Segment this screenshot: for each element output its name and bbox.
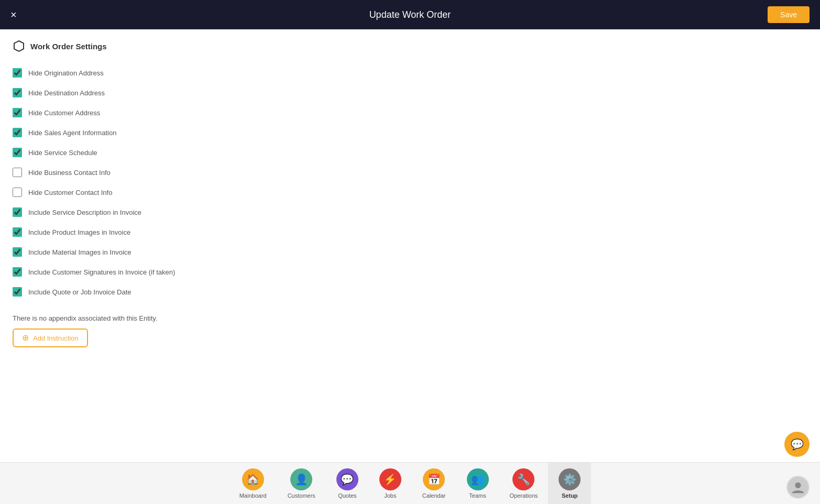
nav-label-jobs: Jobs <box>384 492 396 499</box>
checkbox-hide_cust_addr[interactable] <box>13 108 22 117</box>
page-title: Update Work Order <box>369 9 451 20</box>
nav-item-teams[interactable]: 👥Teams <box>456 463 499 504</box>
add-instruction-label: Add Instruction <box>33 334 79 342</box>
nav-item-setup[interactable]: ⚙️Setup <box>548 463 591 504</box>
chat-bubble[interactable]: 💬 <box>784 432 810 457</box>
checkbox-item-hide_sales: Hide Sales Agent Information <box>13 123 807 143</box>
nav-item-operations[interactable]: 🔧Operations <box>499 463 549 504</box>
nav-label-calendar: Calendar <box>422 492 446 499</box>
checkbox-include_prod_img[interactable] <box>13 227 22 237</box>
calendar-icon: 📅 <box>423 468 445 490</box>
work-order-settings-icon <box>13 40 25 52</box>
checkbox-hide_cust_contact[interactable] <box>13 188 22 197</box>
checkbox-item-include_svc_desc: Include Service Description in Invoice <box>13 202 807 222</box>
checkbox-hide_sales[interactable] <box>13 128 22 137</box>
checkbox-item-include_mat_img: Include Material Images in Invoice <box>13 242 807 262</box>
checkbox-item-hide_biz: Hide Business Contact Info <box>13 162 807 182</box>
checkbox-include_mat_img[interactable] <box>13 247 22 257</box>
nav-label-operations: Operations <box>510 492 538 499</box>
checkbox-label-hide_orig: Hide Origination Address <box>28 69 104 77</box>
nav-item-quotes[interactable]: 💬Quotes <box>326 463 369 504</box>
add-instruction-button[interactable]: ⊕ Add Instruction <box>13 328 88 347</box>
operations-icon: 🔧 <box>512 468 534 490</box>
bottom-nav: 🏠Mainboard👤Customers💬Quotes⚡Jobs📅Calenda… <box>0 462 820 504</box>
checkbox-item-hide_orig: Hide Origination Address <box>13 63 807 83</box>
checkbox-label-include_svc_desc: Include Service Description in Invoice <box>28 209 141 216</box>
checkbox-item-hide_cust_contact: Hide Customer Contact Info <box>13 182 807 202</box>
checkbox-list: Hide Origination AddressHide Destination… <box>13 63 807 302</box>
svg-point-1 <box>795 483 801 488</box>
quotes-icon: 💬 <box>336 468 358 490</box>
checkbox-include_date[interactable] <box>13 287 22 297</box>
checkbox-label-include_date: Include Quote or Job Invoice Date <box>28 288 132 296</box>
chat-icon: 💬 <box>791 438 804 451</box>
checkbox-hide_dest[interactable] <box>13 88 22 97</box>
plus-icon: ⊕ <box>22 334 29 342</box>
nav-item-jobs[interactable]: ⚡Jobs <box>369 463 412 504</box>
nav-label-setup: Setup <box>562 492 578 499</box>
checkbox-item-hide_cust_addr: Hide Customer Address <box>13 103 807 123</box>
checkbox-item-include_date: Include Quote or Job Invoice Date <box>13 282 807 302</box>
checkbox-label-hide_biz: Hide Business Contact Info <box>28 169 111 177</box>
checkbox-label-hide_dest: Hide Destination Address <box>28 89 105 97</box>
save-button[interactable]: Save <box>768 6 810 23</box>
jobs-icon: ⚡ <box>379 468 401 490</box>
checkbox-label-include_mat_img: Include Material Images in Invoice <box>28 248 132 256</box>
nav-label-mainboard: Mainboard <box>239 492 267 499</box>
close-button[interactable]: × <box>10 9 17 20</box>
setup-icon: ⚙️ <box>559 468 581 490</box>
checkbox-hide_orig[interactable] <box>13 68 22 78</box>
checkbox-hide_sched[interactable] <box>13 148 22 157</box>
checkbox-item-hide_sched: Hide Service Schedule <box>13 143 807 162</box>
section-title: Work Order Settings <box>30 42 107 51</box>
checkbox-label-hide_sched: Hide Service Schedule <box>28 149 97 157</box>
teams-icon: 👥 <box>467 468 489 490</box>
customers-icon: 👤 <box>290 468 312 490</box>
checkbox-item-include_prod_img: Include Product Images in Invoice <box>13 222 807 242</box>
nav-item-customers[interactable]: 👤Customers <box>277 463 326 504</box>
checkbox-include_sig[interactable] <box>13 267 22 277</box>
checkbox-label-hide_cust_contact: Hide Customer Contact Info <box>28 189 112 196</box>
appendix-note: There is no appendix associated with thi… <box>13 314 807 322</box>
user-avatar <box>786 476 810 499</box>
nav-label-quotes: Quotes <box>338 492 356 499</box>
nav-label-teams: Teams <box>469 492 486 499</box>
checkbox-label-hide_sales: Hide Sales Agent Information <box>28 129 116 137</box>
checkbox-item-hide_dest: Hide Destination Address <box>13 83 807 103</box>
section-header: Work Order Settings <box>13 40 807 52</box>
checkbox-label-include_prod_img: Include Product Images in Invoice <box>28 228 130 236</box>
main-content: Work Order Settings Hide Origination Add… <box>0 29 820 462</box>
header: × Update Work Order Save <box>0 0 820 29</box>
checkbox-item-include_sig: Include Customer Signatures in Invoice (… <box>13 262 807 282</box>
nav-label-customers: Customers <box>288 492 315 499</box>
avatar-icon <box>790 479 806 495</box>
nav-item-calendar[interactable]: 📅Calendar <box>412 463 456 504</box>
svg-marker-0 <box>14 41 24 51</box>
mainboard-icon: 🏠 <box>242 468 264 490</box>
nav-item-mainboard[interactable]: 🏠Mainboard <box>229 463 277 504</box>
checkbox-include_svc_desc[interactable] <box>13 207 22 217</box>
checkbox-label-hide_cust_addr: Hide Customer Address <box>28 109 100 117</box>
checkbox-label-include_sig: Include Customer Signatures in Invoice (… <box>28 268 175 276</box>
checkbox-hide_biz[interactable] <box>13 168 22 177</box>
